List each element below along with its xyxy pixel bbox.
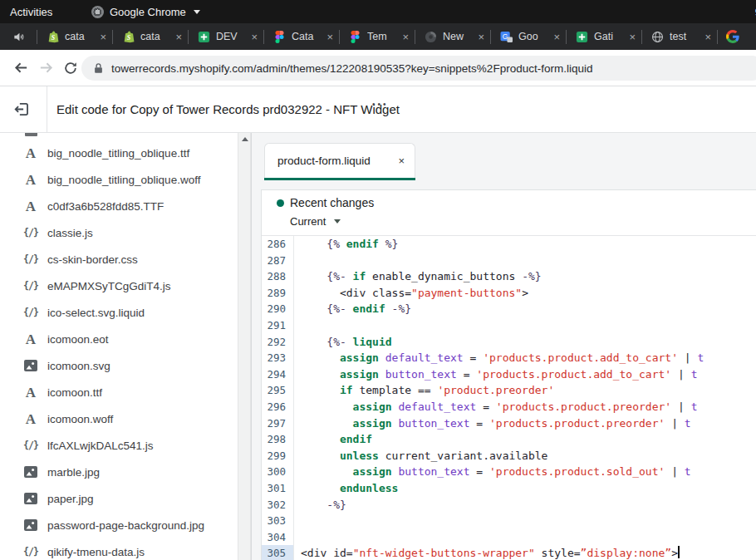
close-tab-icon[interactable]: × xyxy=(629,31,636,43)
code-line-288[interactable]: 288 {%- if enable_dynamic_buttons -%} xyxy=(262,268,756,285)
code-line-305[interactable]: 305<div id="nft-widget-buttons-wrapper" … xyxy=(262,545,756,560)
more-actions-button[interactable]: ••• xyxy=(372,100,389,109)
code-lines[interactable]: 286 {% endif %}287288 {%- if enable_dyna… xyxy=(262,236,756,560)
file-name: lfcAXLwjkDALc541.js xyxy=(47,440,154,452)
image-file-icon xyxy=(24,466,37,478)
font-file-icon: A xyxy=(26,146,36,160)
file-item-big_noodle_titling_oblique.ttf[interactable]: Abig_noodle_titling_oblique.ttf xyxy=(0,140,238,166)
file-item-lfcAXLwjkDALc541.js[interactable]: {/}lfcAXLwjkDALc541.js xyxy=(0,432,238,459)
scroll-up-arrow-icon[interactable] xyxy=(242,137,248,141)
code-line-302[interactable]: 302 -%} xyxy=(262,497,756,513)
image-file-icon xyxy=(24,493,37,504)
browser-tab-Cata[interactable]: Cata× xyxy=(264,23,339,50)
font-file-icon: A xyxy=(26,173,36,187)
close-tab-icon[interactable]: × xyxy=(402,31,409,43)
browser-tab-cata[interactable]: Scata× xyxy=(37,23,112,50)
close-tab-icon[interactable]: × xyxy=(326,31,333,43)
file-item-qikify-tmenu-data.js[interactable]: {/}qikify-tmenu-data.js xyxy=(0,538,238,560)
forward-icon xyxy=(38,60,54,76)
code-line-301[interactable]: 301 endunless xyxy=(262,480,756,497)
code-line-298[interactable]: 298 endif xyxy=(262,431,756,448)
version-dropdown[interactable]: Current xyxy=(290,215,341,228)
code-line-291[interactable]: 291 xyxy=(262,317,756,334)
reload-button[interactable] xyxy=(58,61,83,76)
forward-button[interactable] xyxy=(33,60,58,76)
browser-tab-cata[interactable]: Scata× xyxy=(113,23,188,50)
code-line-299[interactable]: 299 unless current_variant.available xyxy=(262,448,756,464)
file-item-eMAPMXSyTCgGdiT4.js[interactable]: {/}eMAPMXSyTCgGdiT4.js xyxy=(0,273,238,299)
browser-tab-New[interactable]: New× xyxy=(415,23,490,50)
browser-tab-title: Gati xyxy=(594,31,623,42)
editor-tab-product-form[interactable]: product-form.liquid × xyxy=(264,143,415,178)
line-number: 297 xyxy=(262,415,294,432)
file-item-icomoon.eot[interactable]: Aicomoon.eot xyxy=(0,326,238,352)
close-tab-icon[interactable]: × xyxy=(100,31,106,43)
browser-tab-Goo[interactable]: GGoo× xyxy=(491,23,566,50)
code-line-297[interactable]: 297 assign button_text = 'products.produ… xyxy=(262,415,756,432)
code-line-content: assign button_text = 'products.product.p… xyxy=(294,415,691,432)
code-line-287[interactable]: 287 xyxy=(262,253,756,269)
file-list: Abig_noodle_titling_oblique.ttfAbig_nood… xyxy=(0,140,238,560)
code-line-292[interactable]: 292 {%- liquid xyxy=(262,334,756,351)
chevron-down-icon xyxy=(334,219,341,224)
browser-tab-title: Tem xyxy=(367,31,396,42)
code-line-290[interactable]: 290 {%- endif -%} xyxy=(262,301,756,317)
close-tab-button[interactable]: × xyxy=(398,155,405,167)
font-file-icon: A xyxy=(26,332,36,346)
browser-tab-Gati[interactable]: Gati× xyxy=(567,23,641,50)
browser-tab-partial[interactable] xyxy=(718,23,755,50)
browser-tab-DEV[interactable]: DEV× xyxy=(189,23,263,50)
line-number: 294 xyxy=(262,366,294,383)
activities-button[interactable]: Activities xyxy=(10,6,52,18)
exit-code-editor-button[interactable] xyxy=(14,101,30,120)
file-sidebar: Abig_noodle_titling_oblique.ttfAbig_nood… xyxy=(0,133,238,560)
line-number: 289 xyxy=(262,285,294,302)
address-bar[interactable]: towerrecords.myshopify.com/admin/themes/… xyxy=(81,56,756,81)
back-button[interactable] xyxy=(8,60,33,76)
code-file-icon: {/} xyxy=(23,253,38,265)
file-item-icomoon.woff[interactable]: Aicomoon.woff xyxy=(0,405,238,432)
file-item-icomoon.svg[interactable]: icomoon.svg xyxy=(0,352,238,379)
file-item-big_noodle_titling_oblique.woff[interactable]: Abig_noodle_titling_oblique.woff xyxy=(0,166,238,193)
code-line-295[interactable]: 295 if template == 'product.preorder' xyxy=(262,382,756,399)
file-item-c0df3a6b528fdd85.TTF[interactable]: Ac0df3a6b528fdd85.TTF xyxy=(0,193,238,219)
code-line-289[interactable]: 289 <div class="payment-buttons"> xyxy=(262,285,756,302)
code-line-304[interactable]: 304 xyxy=(262,529,756,546)
browser-tab-Tem[interactable]: Tem× xyxy=(340,23,415,50)
audio-indicator[interactable] xyxy=(0,31,37,43)
line-number: 293 xyxy=(262,350,294,366)
code-line-293[interactable]: 293 assign default_text = 'products.prod… xyxy=(262,350,756,366)
close-tab-icon[interactable]: × xyxy=(175,31,182,43)
editor-card: Recent changes Current 286 {% endif %}28… xyxy=(261,189,756,560)
version-label: Current xyxy=(290,215,326,228)
browser-tab-title: test xyxy=(670,31,699,42)
code-line-300[interactable]: 300 assign button_text = 'products.produ… xyxy=(262,464,756,480)
file-item-marble.jpg[interactable]: marble.jpg xyxy=(0,459,238,485)
close-tab-icon[interactable]: × xyxy=(478,31,484,43)
line-number: 300 xyxy=(262,464,294,480)
green-plus-doc-icon xyxy=(576,31,588,43)
file-item-icomoon.ttf[interactable]: Aicomoon.ttf xyxy=(0,379,238,405)
file-item-cs-skin-border.css[interactable]: {/}cs-skin-border.css xyxy=(0,246,238,273)
recent-changes-bar: Recent changes Current xyxy=(262,190,756,236)
code-line-303[interactable]: 303 xyxy=(262,513,756,529)
close-tab-icon[interactable]: × xyxy=(553,31,560,43)
unsaved-changes-dot-icon xyxy=(277,199,284,207)
file-item-password-page-background.jpg[interactable]: password-page-background.jpg xyxy=(0,512,238,538)
sidebar-scrollbar[interactable] xyxy=(238,133,251,560)
close-tab-icon[interactable]: × xyxy=(704,31,711,43)
browser-tab-title: cata xyxy=(140,31,169,42)
file-item-classie.js[interactable]: {/}classie.js xyxy=(0,219,238,246)
browser-toolbar: towerrecords.myshopify.com/admin/themes/… xyxy=(0,50,756,86)
code-line-294[interactable]: 294 assign button_text = 'products.produ… xyxy=(262,366,756,383)
app-indicator[interactable]: Google Chrome xyxy=(91,0,200,23)
code-line-296[interactable]: 296 assign default_text = 'products.prod… xyxy=(262,399,756,415)
browser-tab-test[interactable]: test× xyxy=(642,23,717,50)
file-item-paper.jpg[interactable]: paper.jpg xyxy=(0,485,238,512)
screen: Activities Google Chrome 9 J Scata×Scata… xyxy=(0,0,756,560)
close-tab-icon[interactable]: × xyxy=(251,31,258,43)
code-line-286[interactable]: 286 {% endif %} xyxy=(262,236,756,253)
url-text: towerrecords.myshopify.com/admin/themes/… xyxy=(111,62,592,75)
file-item-ico-select.svg.liquid[interactable]: {/}ico-select.svg.liquid xyxy=(0,299,238,326)
file-name: paper.jpg xyxy=(47,493,94,505)
